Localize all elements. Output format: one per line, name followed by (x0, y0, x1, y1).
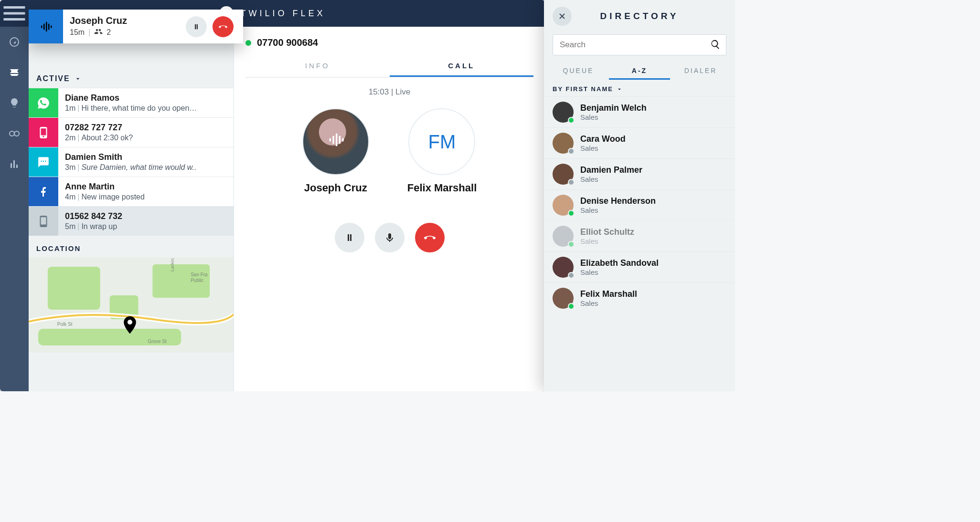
directory-title: DIRECTORY (578, 11, 701, 21)
task-preview: Sure Damien, what time would w.. (81, 163, 196, 171)
directory-item[interactable]: Elizabeth SandovalSales (544, 251, 735, 282)
avatar (553, 164, 574, 185)
sms-icon (29, 118, 58, 147)
task-preview: Hi there, what time do you open… (81, 104, 197, 112)
svg-point-10 (128, 320, 132, 324)
presence-icon (568, 148, 575, 155)
svg-text:Public: Public (191, 278, 203, 283)
presence-icon (568, 210, 575, 217)
brand-title: TWILIO FLEX (240, 9, 325, 19)
svg-text:Polk St: Polk St (57, 322, 73, 327)
task-item[interactable]: Damien Smith 3m|Sure Damien, what time w… (29, 147, 234, 177)
hold-button[interactable] (186, 16, 207, 37)
directory-panel: DIRECTORY QUEUE A-Z DIALER BY FIRST NAME… (544, 0, 735, 391)
nav-rail (0, 27, 29, 391)
main-tabs: INFO CALL (245, 56, 533, 78)
task-preview: In wrap up (81, 222, 117, 230)
whatsapp-icon (29, 88, 58, 117)
close-button[interactable] (553, 7, 572, 26)
chevron-down-icon (616, 86, 623, 93)
presence-icon (568, 179, 575, 186)
task-title: Damien Smith (65, 152, 227, 162)
audio-wave-icon (326, 130, 345, 154)
menu-button[interactable] (0, 0, 29, 28)
directory-list: Benjamin WelchSales Cara WoodSales Damie… (544, 96, 735, 313)
active-call-name: Joseph Cruz (70, 15, 179, 26)
participant-b: FM Felix Marshall (407, 108, 477, 194)
nav-analytics[interactable] (6, 156, 23, 173)
svg-text:Larkin St: Larkin St (170, 257, 175, 271)
directory-item[interactable]: Benjamin WelchSales (544, 96, 735, 127)
avatar (553, 133, 574, 154)
task-title: 07282 727 727 (65, 123, 227, 133)
directory-item[interactable]: Cara WoodSales (544, 127, 735, 158)
tab-az[interactable]: A-Z (609, 62, 670, 80)
call-number: 07700 900684 (257, 37, 318, 48)
participant-b-name: Felix Marshall (407, 182, 477, 194)
tasks-panel: Joseph Cruz 15m | 2 ACTIVE (29, 27, 234, 391)
facebook-icon (29, 177, 58, 206)
svg-text:Grove St: Grove St (148, 339, 167, 344)
active-call-duration: 15m (70, 28, 85, 37)
tab-queue[interactable]: QUEUE (548, 62, 609, 80)
avatar (553, 288, 574, 309)
body: Joseph Cruz 15m | 2 ACTIVE (0, 27, 545, 391)
voice-icon (29, 10, 63, 43)
directory-item[interactable]: Elliot SchultzSales (544, 220, 735, 251)
call-timer: 15:03 | Live (245, 78, 533, 100)
directory-item[interactable]: Felix MarshallSales (544, 282, 735, 313)
task-preview: New image posted (81, 193, 145, 201)
directory-tabs: QUEUE A-Z DIALER (544, 59, 735, 80)
task-item[interactable]: 07282 727 727 2m|About 2:30 ok? (29, 117, 234, 147)
tasks-section-header[interactable]: ACTIVE (29, 70, 234, 88)
svg-text:San Fra: San Fra (191, 272, 208, 277)
presence-icon (568, 303, 575, 310)
tab-call[interactable]: CALL (390, 56, 534, 77)
task-item[interactable]: Diane Ramos 1m|Hi there, what time do yo… (29, 88, 234, 117)
nav-compass[interactable] (6, 33, 23, 51)
presence-icon (568, 272, 575, 279)
main-panel: 07700 900684 INFO CALL 15:03 | Live Jose… (234, 27, 545, 391)
task-item[interactable]: 01562 842 732 5m|In wrap up (29, 206, 234, 236)
map[interactable]: Polk St Grove St San Fra Public Larkin S… (29, 257, 234, 353)
hold-button[interactable] (335, 223, 364, 252)
participant-b-initials: FM (428, 131, 456, 153)
chat-icon (29, 147, 58, 177)
task-title: Diane Ramos (65, 93, 227, 103)
tab-dialer[interactable]: DIALER (670, 62, 731, 80)
participant-a: Joseph Cruz (302, 108, 369, 194)
hangup-button[interactable] (213, 16, 234, 37)
participant-a-name: Joseph Cruz (304, 182, 367, 194)
directory-search (553, 34, 726, 55)
avatar (553, 195, 574, 216)
sort-dropdown[interactable]: BY FIRST NAME (544, 80, 735, 96)
task-title: 01562 842 732 (65, 211, 227, 221)
avatar: FM (408, 108, 475, 175)
tab-info[interactable]: INFO (245, 56, 390, 77)
active-call-card[interactable]: Joseph Cruz 15m | 2 (29, 10, 243, 43)
task-title: Anne Martin (65, 182, 227, 192)
presence-icon (568, 117, 575, 124)
nav-supervisor[interactable] (6, 125, 23, 142)
task-item[interactable]: Anne Martin 4m|New image posted (29, 177, 234, 206)
hangup-button[interactable] (415, 223, 445, 252)
avatar (553, 226, 574, 247)
live-indicator-icon (245, 40, 251, 46)
nav-insights[interactable] (6, 94, 23, 112)
avatar (302, 108, 369, 175)
avatar (553, 102, 574, 123)
nav-tasks[interactable] (6, 64, 23, 81)
phone-idle-icon (29, 207, 58, 236)
participants-icon (94, 27, 103, 38)
app-window: TWILIO FLEX Joseph Cruz 15m | (0, 0, 545, 391)
search-input[interactable] (553, 34, 726, 55)
presence-icon (568, 241, 575, 248)
avatar (553, 257, 574, 278)
task-preview: About 2:30 ok? (81, 134, 133, 142)
location-heading: LOCATION (29, 236, 234, 257)
chevron-down-icon (74, 75, 82, 83)
mute-button[interactable] (375, 223, 405, 252)
directory-item[interactable]: Damien PalmerSales (544, 158, 735, 189)
directory-item[interactable]: Denise HendersonSales (544, 189, 735, 220)
search-icon (710, 39, 721, 50)
